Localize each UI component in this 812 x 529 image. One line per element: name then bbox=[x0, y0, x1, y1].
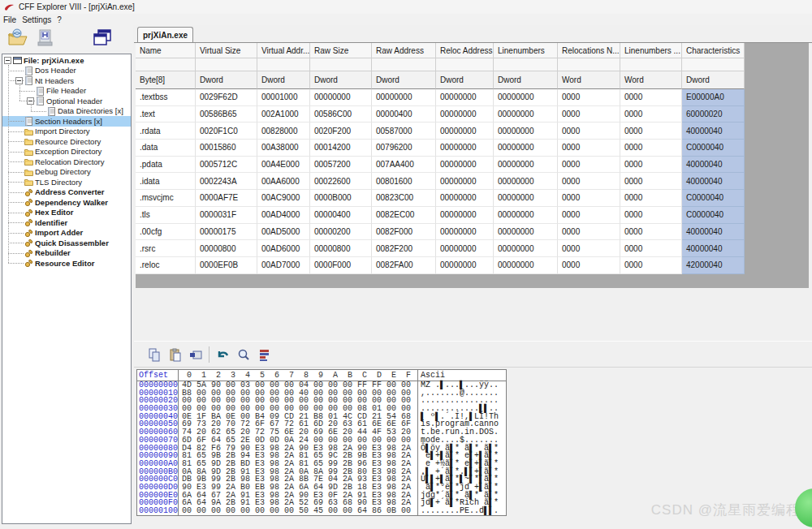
table-cell[interactable]: 0000EF0B bbox=[196, 257, 257, 274]
table-cell[interactable]: 00000000 bbox=[436, 173, 494, 190]
table-cell[interactable]: 0000 bbox=[558, 140, 620, 157]
hex-view[interactable]: Offset0 1 2 3 4 5 6 7 8 9 A B C D E FAsc… bbox=[136, 369, 507, 516]
table-cell[interactable]: 00A38000 bbox=[257, 140, 310, 157]
table-cell[interactable]: 00000000 bbox=[372, 89, 436, 106]
tree-item-exception-directory[interactable]: Exception Directory bbox=[2, 147, 131, 157]
tree-item-hex-editor[interactable]: Hex Editor bbox=[2, 208, 131, 218]
table-cell[interactable]: 0000 bbox=[558, 106, 620, 123]
table-cell[interactable]: 0000 bbox=[620, 123, 682, 140]
table-cell[interactable]: C0000040 bbox=[682, 190, 745, 207]
table-cell[interactable]: .idata bbox=[136, 173, 196, 190]
tree-item-resource-directory[interactable]: Resource Directory bbox=[2, 136, 131, 147]
table-cell[interactable]: .rdata bbox=[136, 123, 196, 140]
table-cell[interactable]: 0082F000 bbox=[372, 224, 436, 241]
table-cell[interactable]: 0082EC00 bbox=[372, 207, 436, 224]
tree-item-file-prjxian-exe[interactable]: File: prjXiAn.exe bbox=[2, 55, 131, 66]
table-cell[interactable]: 0000AF7E bbox=[196, 190, 257, 207]
table-cell[interactable]: 0000 bbox=[558, 123, 620, 140]
table-cell[interactable]: 00000000 bbox=[494, 140, 558, 157]
table-cell[interactable]: 00828000 bbox=[257, 123, 310, 140]
table-cell[interactable]: 00000000 bbox=[436, 123, 494, 140]
table-cell[interactable]: .pdata bbox=[136, 157, 196, 174]
tree-item-dependency-walker[interactable]: Dependency Walker bbox=[2, 197, 131, 208]
hex-row[interactable]: 0000010000 00 00 00 00 00 00 00 50 45 00… bbox=[137, 507, 506, 515]
table-cell[interactable]: 00000000 bbox=[436, 257, 494, 274]
table-cell[interactable]: 0000 bbox=[558, 224, 620, 241]
table-cell[interactable]: 0002243A bbox=[196, 173, 257, 190]
table-cell[interactable]: 00000000 bbox=[494, 123, 558, 140]
table-cell[interactable]: 42000040 bbox=[682, 257, 745, 274]
table-cell[interactable]: 0000 bbox=[620, 257, 682, 274]
table-cell[interactable]: 00000000 bbox=[436, 89, 494, 106]
goto-offset-icon[interactable] bbox=[258, 348, 270, 362]
table-cell[interactable]: 00000800 bbox=[196, 240, 257, 257]
table-cell[interactable]: 0000 bbox=[620, 157, 682, 174]
copy-icon[interactable] bbox=[148, 348, 161, 362]
table-cell[interactable]: .rsrc bbox=[136, 240, 196, 257]
menu-file[interactable]: File bbox=[3, 15, 16, 24]
table-cell[interactable]: 00000000 bbox=[494, 240, 558, 257]
table-cell[interactable]: 002A1000 bbox=[257, 106, 310, 123]
fill-icon[interactable] bbox=[189, 348, 203, 362]
table-cell[interactable]: 0000 bbox=[558, 173, 620, 190]
tree-item-import-directory[interactable]: Import Directory bbox=[2, 127, 131, 137]
tree-item-debug-directory[interactable]: Debug Directory bbox=[2, 167, 131, 178]
table-cell[interactable]: 00014200 bbox=[310, 140, 372, 157]
table-cell[interactable]: 00587000 bbox=[372, 123, 436, 140]
tree-item-rebuilder[interactable]: Rebuilder bbox=[2, 248, 131, 259]
tree-expander[interactable] bbox=[27, 97, 34, 105]
table-cell[interactable]: 00000000 bbox=[494, 224, 558, 241]
table-cell[interactable]: 00000000 bbox=[436, 190, 494, 207]
tree-item-section-headers-x[interactable]: Section Headers [x] bbox=[2, 116, 131, 127]
table-cell[interactable]: 00000400 bbox=[372, 106, 436, 123]
undo-icon[interactable] bbox=[216, 348, 230, 362]
table-cell[interactable]: 00801600 bbox=[372, 173, 436, 190]
table-cell[interactable]: 0000 bbox=[620, 106, 682, 123]
table-cell[interactable]: 0000B000 bbox=[310, 190, 372, 207]
table-cell[interactable]: 0082F200 bbox=[372, 240, 436, 257]
table-cell[interactable]: 00000000 bbox=[436, 140, 494, 157]
table-cell[interactable]: 00001000 bbox=[257, 89, 310, 106]
table-cell[interactable]: 00000000 bbox=[436, 224, 494, 241]
table-cell[interactable]: C0000040 bbox=[682, 207, 745, 224]
table-cell[interactable]: 40000040 bbox=[682, 240, 745, 257]
table-cell[interactable]: 00796200 bbox=[372, 140, 436, 157]
table-cell[interactable]: 0000 bbox=[558, 190, 620, 207]
table-cell[interactable]: 00000000 bbox=[436, 207, 494, 224]
table-cell[interactable]: 0000 bbox=[620, 89, 682, 106]
table-cell[interactable]: 0000 bbox=[620, 207, 682, 224]
table-cell[interactable]: 00000000 bbox=[494, 207, 558, 224]
table-cell[interactable]: .00cfg bbox=[136, 224, 196, 241]
tree-item-optional-header[interactable]: Optional Header bbox=[2, 96, 131, 106]
menu-settings[interactable]: Settings bbox=[22, 15, 51, 24]
table-cell[interactable]: 0005712C bbox=[196, 157, 257, 174]
table-cell[interactable]: 00015860 bbox=[196, 140, 257, 157]
table-cell[interactable]: 0000 bbox=[620, 173, 682, 190]
table-cell[interactable]: 0000 bbox=[558, 207, 620, 224]
table-cell[interactable]: 00000000 bbox=[494, 89, 558, 106]
table-cell[interactable]: 00000000 bbox=[494, 173, 558, 190]
tree-item-address-converter[interactable]: Address Converter bbox=[2, 187, 131, 198]
table-cell[interactable]: 00AD4000 bbox=[257, 207, 310, 224]
table-cell[interactable]: 00057200 bbox=[310, 157, 372, 174]
table-cell[interactable]: 0000 bbox=[558, 257, 620, 274]
table-cell[interactable]: 0000 bbox=[558, 89, 620, 106]
table-cell[interactable]: 00022600 bbox=[310, 173, 372, 190]
table-cell[interactable]: 00000000 bbox=[436, 240, 494, 257]
table-cell[interactable]: 40000040 bbox=[682, 123, 745, 140]
table-cell[interactable]: 00586C00 bbox=[310, 106, 372, 123]
table-cell[interactable]: .tls bbox=[136, 207, 196, 224]
table-cell[interactable]: 00AD7000 bbox=[257, 257, 310, 274]
tree-expander[interactable] bbox=[15, 77, 23, 84]
tab-prjxian[interactable]: prjXiAn.exe bbox=[137, 27, 193, 42]
table-cell[interactable]: 00000800 bbox=[310, 240, 372, 257]
table-cell[interactable]: 60000020 bbox=[682, 106, 745, 123]
table-cell[interactable]: 00A4E000 bbox=[257, 157, 310, 174]
menu-help[interactable]: ? bbox=[57, 15, 62, 24]
table-cell[interactable]: 00000000 bbox=[310, 89, 372, 106]
table-cell[interactable]: .msvcjmc bbox=[136, 190, 196, 207]
tree-item-nt-headers[interactable]: Nt Headers bbox=[2, 75, 131, 86]
table-cell[interactable]: 0029F62D bbox=[196, 89, 257, 106]
table-cell[interactable]: 0000 bbox=[620, 240, 682, 257]
table-cell[interactable]: 00000175 bbox=[196, 224, 257, 241]
